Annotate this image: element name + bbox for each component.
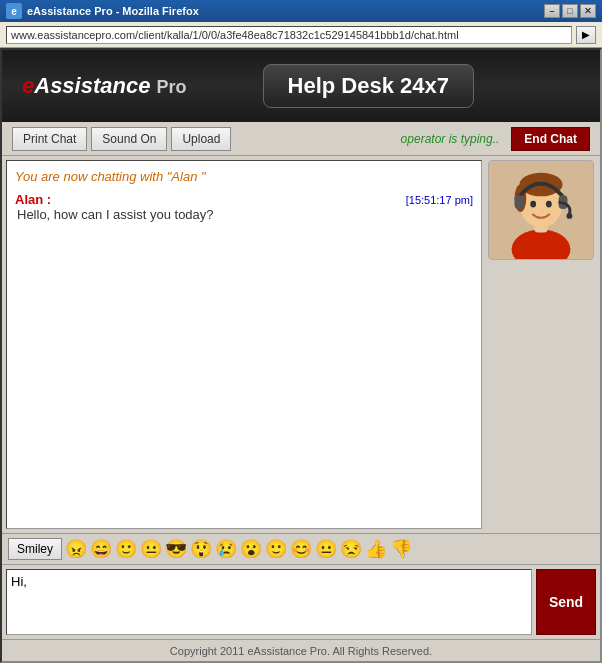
- emoji-sad[interactable]: 😢: [215, 540, 237, 558]
- address-bar: ▶: [0, 22, 602, 48]
- brand-e: e: [22, 73, 34, 98]
- emoji-thumbsup[interactable]: 👍: [365, 540, 387, 558]
- svg-point-9: [530, 201, 536, 208]
- emoji-thumbsdown[interactable]: 👎: [390, 540, 412, 558]
- helpdesk-badge: Help Desk 24x7: [263, 64, 474, 108]
- maximize-button[interactable]: □: [562, 4, 578, 18]
- emoji-shocked[interactable]: 😲: [190, 540, 212, 558]
- chat-input[interactable]: Hi,: [6, 569, 532, 635]
- chat-sender: Alan :: [15, 192, 51, 207]
- emoji-blush[interactable]: 😊: [290, 540, 312, 558]
- agent-photo-panel: [486, 160, 596, 529]
- minimize-button[interactable]: –: [544, 4, 560, 18]
- emoji-smile[interactable]: 🙂: [115, 540, 137, 558]
- end-chat-button[interactable]: End Chat: [511, 127, 590, 151]
- chat-text: Hello, how can I assist you today?: [15, 207, 473, 222]
- svg-point-8: [566, 213, 572, 219]
- go-button[interactable]: ▶: [576, 26, 596, 44]
- window-controls: – □ ✕: [544, 4, 596, 18]
- agent-avatar-svg: [489, 161, 593, 259]
- send-button[interactable]: Send: [536, 569, 596, 635]
- table-row: Alan : [15:51:17 pm] Hello, how can I as…: [15, 192, 473, 222]
- brand-logo: eAssistance Pro: [22, 73, 187, 99]
- print-chat-button[interactable]: Print Chat: [12, 127, 87, 151]
- footer-text: Copyright 2011 eAssistance Pro. All Righ…: [170, 645, 432, 657]
- browser-icon: e: [6, 3, 22, 19]
- header: eAssistance Pro Help Desk 24x7: [2, 50, 600, 122]
- chat-area: You are now chatting with "Alan " Alan :…: [2, 156, 600, 639]
- helpdesk-label: Help Desk 24x7: [288, 73, 449, 98]
- input-area: Hi, Send: [2, 565, 600, 639]
- emoji-happy[interactable]: 🙂: [265, 540, 287, 558]
- url-input[interactable]: [6, 26, 572, 44]
- brand-pro: Pro: [157, 77, 187, 97]
- sound-on-button[interactable]: Sound On: [91, 127, 167, 151]
- window-content: eAssistance Pro Help Desk 24x7 Print Cha…: [0, 48, 602, 663]
- svg-point-10: [546, 201, 552, 208]
- brand-rest: Assistance: [34, 73, 150, 98]
- emoji-neutral[interactable]: 😐: [140, 540, 162, 558]
- footer: Copyright 2011 eAssistance Pro. All Righ…: [2, 639, 600, 661]
- emoji-laugh[interactable]: 😄: [90, 540, 112, 558]
- emoji-plain[interactable]: 😐: [315, 540, 337, 558]
- smiley-button[interactable]: Smiley: [8, 538, 62, 560]
- upload-button[interactable]: Upload: [171, 127, 231, 151]
- emoji-cool[interactable]: 😎: [165, 540, 187, 558]
- agent-photo: [488, 160, 594, 260]
- emoji-unamused[interactable]: 😒: [340, 540, 362, 558]
- chat-messages[interactable]: You are now chatting with "Alan " Alan :…: [6, 160, 482, 529]
- toolbar: Print Chat Sound On Upload operator is t…: [2, 122, 600, 156]
- welcome-message: You are now chatting with "Alan ": [15, 169, 473, 184]
- svg-rect-6: [515, 195, 524, 209]
- close-button[interactable]: ✕: [580, 4, 596, 18]
- chat-timestamp: [15:51:17 pm]: [406, 194, 473, 206]
- titlebar: e eAssistance Pro - Mozilla Firefox – □ …: [0, 0, 602, 22]
- emoji-bar: Smiley 😠 😄 🙂 😐 😎 😲 😢 😮 🙂 😊 😐 😒 👍 👎: [2, 533, 600, 565]
- message-header: Alan : [15:51:17 pm]: [15, 192, 473, 207]
- emoji-angry[interactable]: 😠: [65, 540, 87, 558]
- chat-main: You are now chatting with "Alan " Alan :…: [2, 156, 600, 533]
- window-title: eAssistance Pro - Mozilla Firefox: [27, 5, 544, 17]
- emoji-surprised[interactable]: 😮: [240, 540, 262, 558]
- typing-status: operator is typing..: [401, 132, 500, 146]
